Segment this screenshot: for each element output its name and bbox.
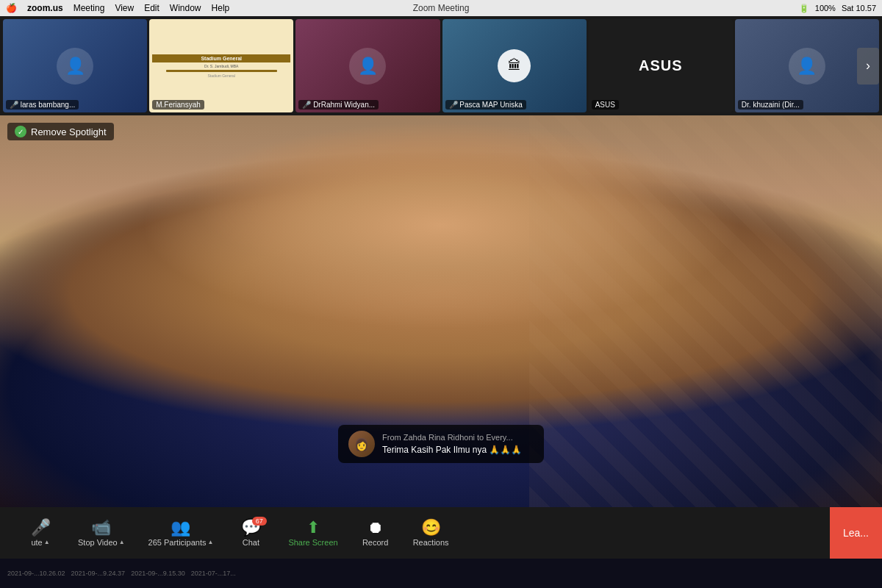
participant-name: Dr. khuzaini (Dir...	[738, 100, 803, 110]
mute-chevron-icon: ▲	[44, 539, 50, 545]
chat-button[interactable]: 💬 67 Chat	[225, 520, 276, 547]
bottom-toolbar: 🎤 ute ▲ 📹 Stop Video ▲ 👥 265 Participant…	[0, 507, 882, 559]
logo-circle: 🏛	[498, 49, 531, 82]
chat-bubble: 👩 From Zahda Rina Ridhoni to Every... Te…	[338, 425, 544, 463]
timeline-item: 2021-09-...9.24.37	[71, 570, 126, 577]
participant-thumb[interactable]: Stadium General Dr. S. Jambudi, MBA Stad…	[149, 19, 293, 112]
spotlight-badge[interactable]: ✓ Remove Spotlight	[7, 123, 114, 140]
chat-label: Chat	[243, 538, 259, 547]
mic-icon: 🎤	[449, 101, 458, 109]
mac-menubar: 🍎 zoom.us Meeting View Edit Window Help …	[0, 0, 882, 16]
participant-thumb[interactable]: ASUS ASUS	[589, 19, 733, 112]
participant-thumb[interactable]: 👤 🎤 DrRahmi Widyan...	[295, 19, 440, 112]
participant-name: 🎤 laras bambang...	[6, 100, 79, 110]
app-name[interactable]: zoom.us	[27, 3, 63, 13]
record-button[interactable]: ⏺ Record	[350, 520, 401, 547]
main-video: ✓ Remove Spotlight 👩 From Zahda Rina Rid…	[0, 115, 882, 507]
participant-thumb[interactable]: 👤 🎤 laras bambang...	[3, 19, 147, 112]
video-button[interactable]: 📹 Stop Video ▲	[66, 520, 137, 547]
menu-window[interactable]: Window	[170, 3, 201, 13]
timeline-bar: 2021-09-...10.26.02 2021-09-...9.24.37 2…	[0, 559, 882, 588]
clock: Sat 10.57	[842, 4, 876, 12]
participants-chevron-icon: ▲	[207, 539, 213, 545]
video-icon: 📹	[91, 520, 111, 536]
participant-thumb[interactable]: 🏛 🎤 Pasca MAP Uniska	[442, 19, 587, 112]
record-label: Record	[362, 538, 388, 547]
timeline-item: 2021-09-...10.26.02	[7, 570, 65, 577]
participant-strip: 👤 🎤 laras bambang... Stadium General Dr.…	[0, 16, 882, 115]
participants-label: 265 Participants	[148, 538, 207, 547]
menu-meeting[interactable]: Meeting	[74, 3, 105, 13]
avatar: 👤	[789, 48, 825, 85]
window-title: Zoom Meeting	[413, 3, 470, 13]
participants-icon: 👥	[171, 520, 190, 536]
participant-name: M.Feriansyah	[152, 100, 204, 110]
participant-name: 🎤 Pasca MAP Uniska	[445, 100, 526, 110]
participant-name: 🎤 DrRahmi Widyan...	[298, 100, 379, 110]
reactions-label: Reactions	[413, 538, 449, 547]
share-screen-button[interactable]: ⬆ Share Screen	[276, 520, 349, 547]
video-chevron-icon: ▲	[119, 539, 125, 545]
slide-preview: Stadium General Dr. S. Jambudi, MBA Stad…	[149, 19, 293, 112]
participants-button[interactable]: 👥 265 Participants ▲	[137, 520, 226, 547]
chat-avatar: 👩	[348, 431, 375, 457]
mute-button[interactable]: 🎤 ute ▲	[15, 520, 66, 547]
share-icon: ⬆	[306, 520, 320, 536]
reactions-button[interactable]: 😊 Reactions	[401, 520, 461, 547]
zoom-window: 👤 🎤 laras bambang... Stadium General Dr.…	[0, 16, 882, 588]
battery-level: 100%	[815, 4, 836, 12]
menu-help[interactable]: Help	[212, 3, 230, 13]
share-label: Share Screen	[288, 538, 337, 547]
avatar: 👤	[57, 48, 93, 85]
battery-icon: 🔋	[799, 4, 809, 13]
timeline-item: 2021-07-...17...	[191, 570, 236, 577]
menu-edit[interactable]: Edit	[144, 3, 159, 13]
mute-icon: 🎤	[31, 520, 51, 536]
mic-muted-icon: 🎤	[302, 101, 311, 109]
video-label: Stop Video	[78, 538, 118, 547]
menu-view[interactable]: View	[115, 3, 134, 13]
mute-label: ute	[31, 538, 42, 547]
chat-badge: 67	[252, 517, 267, 526]
next-participant-arrow[interactable]: ›	[857, 48, 879, 85]
avatar: 👤	[349, 48, 386, 85]
reactions-icon: 😊	[421, 520, 441, 536]
participant-label: ASUS	[639, 57, 683, 74]
chat-message-text: From Zahda Rina Ridhoni to Every... Teri…	[382, 431, 522, 457]
mic-muted-icon: 🎤	[10, 101, 18, 109]
apple-menu[interactable]: 🍎	[6, 3, 17, 13]
leave-button[interactable]: Lea...	[830, 507, 882, 559]
participant-name: ASUS	[592, 100, 619, 110]
timeline-item: 2021-09-...9.15.30	[131, 570, 185, 577]
checkmark-icon: ✓	[15, 126, 26, 137]
record-icon: ⏺	[368, 520, 384, 536]
